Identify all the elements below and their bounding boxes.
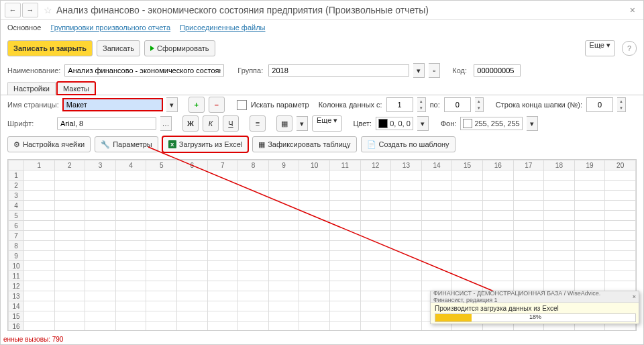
search-param-label: Искать параметр: [251, 101, 309, 109]
cell-settings-button[interactable]: ⚙Настройка ячейки: [7, 136, 91, 152]
popup-title: ФИНАНСИСТ - ДЕМОНСТРАЦИОННАЯ БАЗА / Wise…: [433, 290, 633, 303]
popup-close-button[interactable]: ×: [633, 293, 636, 300]
page-name-input[interactable]: [63, 99, 162, 111]
remove-page-button[interactable]: –: [209, 97, 225, 113]
save-button[interactable]: Записать: [97, 40, 140, 56]
group-label: Группа:: [237, 66, 264, 75]
col-to-label: по:: [430, 101, 440, 109]
grid-icon: ▦: [258, 140, 265, 149]
text-color-dropdown[interactable]: ▾: [417, 116, 429, 131]
group-input[interactable]: [268, 64, 409, 77]
progress-bar: 18%: [435, 313, 636, 322]
bg-color-dropdown[interactable]: ▾: [527, 116, 538, 131]
merge-dropdown[interactable]: ▾: [297, 116, 308, 131]
end-row-label: Строка конца шапки (№):: [496, 101, 582, 109]
group-open-button[interactable]: ▫: [429, 63, 440, 78]
page-name-dropdown[interactable]: ▾: [166, 97, 178, 112]
col-from-spinner[interactable]: ▲▼: [417, 97, 426, 112]
name-input[interactable]: [64, 64, 224, 77]
fix-table-button[interactable]: ▦Зафиксировать таблицу: [252, 136, 356, 152]
code-input[interactable]: [474, 64, 521, 77]
link-report-groups[interactable]: Группировки произвольного отчета: [50, 23, 170, 32]
help-button[interactable]: ?: [622, 41, 637, 56]
font-select-button[interactable]: …: [160, 116, 172, 131]
col-to-spinner[interactable]: ▲▼: [475, 97, 484, 112]
end-row-spinner[interactable]: ▲▼: [617, 97, 626, 112]
nav-back-button[interactable]: ←: [5, 3, 21, 17]
search-param-checkbox[interactable]: [237, 100, 247, 110]
group-select-button[interactable]: ▾: [413, 63, 425, 78]
favorite-star-icon[interactable]: ☆: [44, 5, 52, 15]
generate-button[interactable]: Сформировать: [144, 40, 215, 56]
add-page-button[interactable]: +: [189, 97, 205, 113]
params-icon: 🔧: [101, 140, 110, 149]
link-attached-files[interactable]: Присоединенные файлы: [180, 23, 265, 32]
font-input[interactable]: [57, 117, 156, 130]
page-title: Анализ финансово - экономического состоя…: [56, 5, 429, 15]
merge-cells-button[interactable]: ▦: [276, 115, 292, 132]
col-from-input[interactable]: [386, 97, 413, 112]
name-label: Наименование:: [7, 66, 60, 75]
underline-button[interactable]: Ч: [223, 115, 239, 132]
load-from-excel-button[interactable]: XЗагрузить из Excel: [162, 136, 248, 152]
parameters-button[interactable]: 🔧Параметры: [95, 136, 158, 152]
font-more-button[interactable]: Еще ▾: [312, 115, 342, 132]
col-to-input[interactable]: [444, 97, 471, 112]
bg-swatch-icon: [463, 119, 472, 128]
italic-button[interactable]: К: [203, 115, 219, 132]
progress-popup: ФИНАНСИСТ - ДЕМОНСТРАЦИОННАЯ БАЗА / Wise…: [430, 291, 639, 324]
close-button[interactable]: ×: [626, 3, 639, 17]
col-from-label: Колонка данных с:: [319, 101, 382, 109]
bg-label: Фон:: [441, 119, 457, 128]
tab-layouts[interactable]: Макеты: [57, 82, 95, 95]
align-left-button[interactable]: ≡: [250, 115, 266, 132]
more-button[interactable]: Еще ▾: [585, 40, 615, 56]
save-and-close-button[interactable]: Записать и закрыть: [7, 40, 93, 56]
progress-label: 18%: [435, 313, 635, 320]
bg-color-picker[interactable]: 255, 255, 255: [460, 117, 522, 130]
create-from-template-button[interactable]: 📄Создать по шаблону: [361, 136, 455, 152]
page-name-label: Имя страницы:: [7, 101, 59, 109]
color-label: Цвет:: [353, 119, 372, 128]
play-icon: [150, 46, 154, 51]
end-row-input[interactable]: [586, 97, 613, 112]
gear-icon: ⚙: [13, 140, 20, 149]
color-swatch-icon: [378, 119, 388, 128]
font-label: Шрифт:: [7, 119, 53, 128]
bold-button[interactable]: Ж: [182, 115, 199, 132]
excel-icon: X: [168, 140, 176, 148]
text-color-picker[interactable]: 0, 0, 0: [376, 117, 413, 130]
tab-main[interactable]: Основное: [7, 23, 41, 32]
template-icon: 📄: [367, 140, 376, 149]
status-text: енные вызовы: 790: [3, 336, 63, 343]
code-label: Код:: [452, 66, 470, 75]
nav-forward-button[interactable]: →: [22, 3, 38, 17]
tab-settings[interactable]: Настройки: [7, 82, 56, 95]
popup-message: Производится загрузка данных из Excel: [435, 305, 635, 312]
